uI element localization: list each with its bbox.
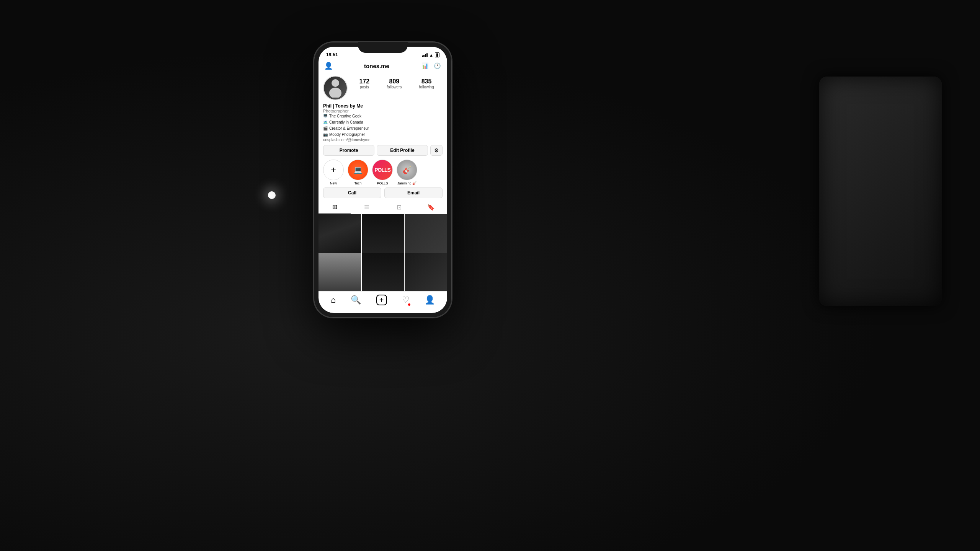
posts-stat[interactable]: 172 posts [359,78,369,89]
svg-point-4 [329,236,350,256]
tab-grid[interactable]: ⊞ [318,200,351,214]
signal-bar-2 [423,55,425,57]
phone-device: 19:51 ▲ ▮ 👤 tones.me [314,42,452,318]
photo-grid [318,214,447,291]
highlight-new[interactable]: + New [323,160,344,185]
bottom-navigation: ⌂ 🔍 + ♡ 👤 [318,291,447,313]
highlight-polls-circle: POLLS [372,160,393,180]
phone-screen: 19:51 ▲ ▮ 👤 tones.me [318,47,447,313]
plus-icon: + [331,165,336,175]
grid-photo-3[interactable] [405,214,447,257]
content-tab-bar: ⊞ ☰ ⊡ 🔖 [318,200,447,214]
svg-rect-23 [405,290,447,291]
profile-nav-button[interactable]: 👤 [425,295,435,305]
call-button[interactable]: Call [323,187,381,198]
tab-saved[interactable]: 🔖 [415,200,447,214]
highlight-polls[interactable]: POLLS POLLS [372,160,393,185]
grid-photo-6[interactable] [405,253,447,292]
highlight-tech[interactable]: 💻 Tech [348,160,368,185]
phone-body: 19:51 ▲ ▮ 👤 tones.me [314,42,452,318]
instagram-header: 👤 tones.me 📊 🕐 [318,59,447,73]
bio-line-1: 🖥️ The Creative Geek [323,113,443,119]
followers-count: 809 [387,78,402,85]
svg-rect-13 [321,264,337,291]
bio-line-4: 📷 Moody Photographer [323,132,443,138]
svg-point-20 [411,280,420,289]
svg-point-10 [421,220,431,230]
signal-bar-3 [425,54,426,57]
highlight-new-label: New [330,181,337,185]
avatar[interactable] [323,76,348,100]
settings-icon: ⚙ [434,147,439,153]
add-user-button[interactable]: 👤 [323,60,334,71]
posts-count: 172 [359,78,369,85]
following-count: 835 [419,78,434,85]
svg-rect-19 [405,253,447,292]
highlight-polls-label: POLLS [377,181,388,185]
bokeh-light [268,191,276,199]
following-stat[interactable]: 835 following [419,78,434,89]
svg-rect-12 [318,253,361,292]
add-user-icon: 👤 [324,62,333,70]
svg-rect-9 [405,214,447,257]
history-button[interactable]: 🕐 [432,60,443,71]
add-nav-button[interactable]: + [376,295,387,305]
svg-point-1 [329,88,341,98]
grid-icon: ⊞ [332,203,337,210]
highlight-jamming-label: Jamming 🎸 [397,181,416,185]
status-icons: ▲ ▮ [422,52,439,57]
svg-rect-6 [372,230,376,246]
bio-icon-2: 🗺️ [323,119,328,126]
following-label: following [419,85,434,89]
profile-username: tones.me [334,63,420,69]
stats-row: 172 posts 809 followers 835 following [323,76,443,100]
posts-label: posts [359,85,369,89]
plus-icon: + [379,296,384,305]
email-button[interactable]: Email [384,187,443,198]
profile-link[interactable]: unsplash.com/@tonesbyme [323,138,443,142]
svg-point-17 [376,262,390,277]
signal-bar-4 [426,53,428,57]
chart-icon: 📊 [421,62,429,69]
svg-point-22 [433,280,440,287]
story-highlights: + New 💻 Tech POLLS POLLS [318,157,447,187]
bio-icon-4: 📷 [323,132,328,138]
svg-rect-14 [340,269,353,291]
highlight-tech-circle: 💻 [348,160,368,180]
tab-list[interactable]: ☰ [351,200,383,214]
notification-dot [408,303,410,306]
svg-point-11 [416,226,436,255]
highlight-jamming[interactable]: 🎸 Jamming 🎸 [397,160,417,185]
svg-rect-8 [385,233,389,246]
profile-role: Photographer [323,109,443,113]
tab-tagged[interactable]: ⊡ [383,200,415,214]
signal-icon [422,53,428,57]
edit-profile-button[interactable]: Edit Profile [377,145,428,156]
wifi-icon: ▲ [429,53,433,57]
chart-button[interactable]: 📊 [420,60,430,71]
profile-name: Phil | Tones by Me [323,103,443,109]
history-icon: 🕐 [434,62,441,69]
svg-point-3 [333,221,346,234]
battery-icon: ▮ [435,52,439,57]
svg-point-18 [371,278,395,291]
grid-photo-4[interactable] [318,253,361,292]
activity-nav-button[interactable]: ♡ [402,295,410,305]
followers-stat[interactable]: 809 followers [387,78,402,89]
grid-photo-5[interactable] [362,253,404,292]
signal-bar-1 [422,55,423,57]
grid-photo-2[interactable] [362,214,404,257]
profile-section: 172 posts 809 followers 835 following [318,73,447,102]
home-nav-button[interactable]: ⌂ [331,295,336,305]
bio-icon-1: 🖥️ [323,113,328,119]
svg-rect-2 [318,214,361,257]
search-nav-button[interactable]: 🔍 [351,295,361,305]
grid-photo-1[interactable] [318,214,361,257]
stats-numbers: 172 posts 809 followers 835 following [351,76,443,89]
settings-button[interactable]: ⚙ [430,145,443,156]
svg-rect-16 [362,253,404,292]
bookmark-icon: 🔖 [427,204,435,211]
promote-button[interactable]: Promote [323,145,374,156]
highlight-tech-label: Tech [354,181,361,185]
svg-rect-15 [327,258,335,291]
